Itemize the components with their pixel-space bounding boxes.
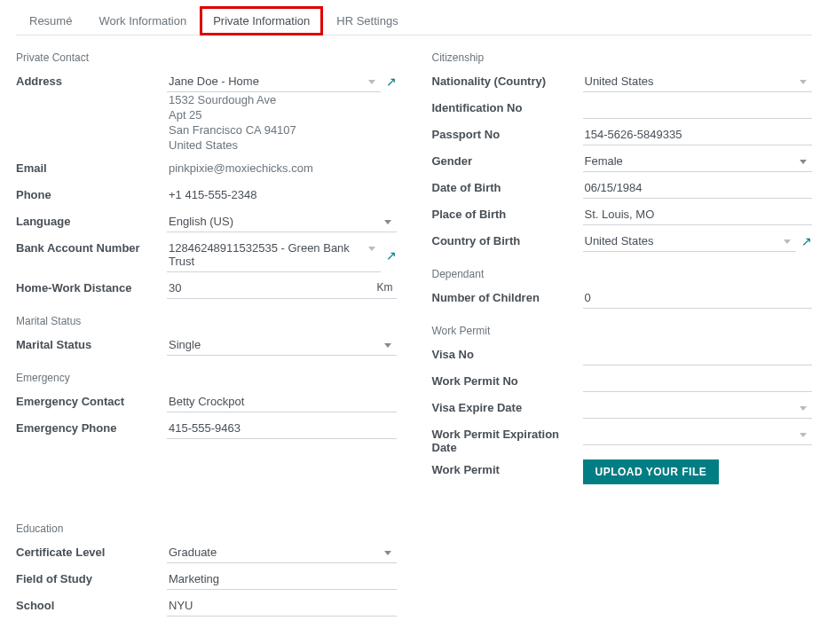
label-marital-status: Marital Status bbox=[16, 334, 167, 351]
section-dependant: Dependant bbox=[432, 268, 813, 280]
place-of-birth-field[interactable]: St. Louis, MO bbox=[583, 204, 813, 225]
bank-account-select[interactable]: 12846248911532535 - Green Bank Trust bbox=[167, 238, 381, 272]
gender-select[interactable]: Female bbox=[583, 151, 813, 172]
section-emergency: Emergency bbox=[16, 372, 397, 384]
emergency-phone-field[interactable]: 415-555-9463 bbox=[167, 418, 397, 439]
section-citizenship: Citizenship bbox=[432, 51, 813, 64]
label-phone: Phone bbox=[16, 185, 167, 201]
emergency-contact-field[interactable]: Betty Crockpot bbox=[167, 391, 397, 412]
label-work-permit-no: Work Permit No bbox=[432, 371, 583, 388]
label-identification-no: Identification No bbox=[432, 98, 583, 114]
label-email: Email bbox=[16, 158, 167, 175]
language-select[interactable]: English (US) bbox=[167, 211, 397, 232]
address-city: San Francisco CA 94107 bbox=[167, 122, 397, 137]
label-children: Number of Children bbox=[432, 287, 583, 304]
label-emergency-contact: Emergency Contact bbox=[16, 391, 167, 408]
label-certificate: Certificate Level bbox=[16, 542, 167, 559]
label-dob: Date of Birth bbox=[432, 177, 583, 194]
label-field-of-study: Field of Study bbox=[16, 569, 167, 585]
right-column: Citizenship Nationality (Country) United… bbox=[432, 51, 813, 622]
distance-unit: Km bbox=[377, 281, 393, 294]
address-country: United States bbox=[167, 137, 397, 153]
tab-hr-settings[interactable]: HR Settings bbox=[323, 6, 411, 35]
tab-resume[interactable]: Resumé bbox=[16, 6, 85, 35]
visa-expire-date[interactable] bbox=[583, 397, 813, 419]
dob-field[interactable]: 06/15/1984 bbox=[583, 177, 813, 199]
label-visa-no: Visa No bbox=[432, 344, 583, 361]
school-field[interactable]: NYU bbox=[167, 595, 397, 617]
label-distance: Home-Work Distance bbox=[16, 278, 167, 295]
section-education: Education bbox=[16, 522, 397, 535]
tabs: Resumé Work Information Private Informat… bbox=[16, 0, 812, 35]
label-address: Address bbox=[16, 71, 167, 88]
section-private-contact: Private Contact bbox=[16, 51, 397, 64]
address-select[interactable]: Jane Doe - Home bbox=[167, 71, 381, 92]
section-marital: Marital Status bbox=[16, 315, 397, 327]
section-work-permit: Work Permit bbox=[432, 325, 813, 337]
work-permit-no-field[interactable] bbox=[583, 371, 813, 392]
external-link-icon[interactable]: ↗ bbox=[386, 75, 397, 89]
label-permit-expire: Work Permit Expiration Date bbox=[432, 424, 583, 454]
field-of-study-field[interactable]: Marketing bbox=[167, 569, 397, 590]
certificate-select[interactable]: Graduate bbox=[167, 542, 397, 563]
label-visa-expire: Visa Expire Date bbox=[432, 397, 583, 414]
label-bank: Bank Account Number bbox=[16, 238, 167, 255]
label-language: Language bbox=[16, 211, 167, 228]
address-line2: Apt 25 bbox=[167, 107, 397, 122]
marital-status-select[interactable]: Single bbox=[167, 334, 397, 356]
phone-field[interactable]: +1 415-555-2348 bbox=[167, 185, 397, 206]
visa-no-field[interactable] bbox=[583, 344, 813, 365]
external-link-icon[interactable]: ↗ bbox=[801, 234, 812, 248]
distance-field[interactable]: 30 Km bbox=[167, 278, 397, 299]
children-field[interactable]: 0 bbox=[583, 287, 813, 309]
label-school: School bbox=[16, 595, 167, 612]
left-column: Private Contact Address Jane Doe - Home … bbox=[16, 51, 397, 622]
identification-no-field[interactable] bbox=[583, 98, 813, 119]
label-passport-no: Passport No bbox=[432, 124, 583, 141]
label-country-of-birth: Country of Birth bbox=[432, 231, 583, 247]
address-line1: 1532 Sourdough Ave bbox=[167, 92, 397, 107]
label-emergency-phone: Emergency Phone bbox=[16, 418, 167, 435]
permit-expire-date[interactable] bbox=[583, 424, 813, 445]
email-field[interactable]: pinkpixie@moxiechicks.com bbox=[167, 158, 397, 179]
label-nationality: Nationality (Country) bbox=[432, 71, 583, 88]
nationality-select[interactable]: United States bbox=[583, 71, 813, 92]
country-of-birth-select[interactable]: United States bbox=[583, 231, 797, 252]
label-work-permit-file: Work Permit bbox=[432, 459, 583, 476]
upload-file-button[interactable]: UPLOAD YOUR FILE bbox=[583, 459, 720, 484]
tab-private-information[interactable]: Private Information bbox=[200, 6, 323, 35]
tab-work-information[interactable]: Work Information bbox=[85, 6, 200, 35]
passport-no-field[interactable]: 154-5626-5849335 bbox=[583, 124, 813, 145]
distance-value: 30 bbox=[169, 281, 181, 295]
external-link-icon[interactable]: ↗ bbox=[386, 248, 397, 263]
label-place-of-birth: Place of Birth bbox=[432, 204, 583, 221]
label-gender: Gender bbox=[432, 151, 583, 168]
